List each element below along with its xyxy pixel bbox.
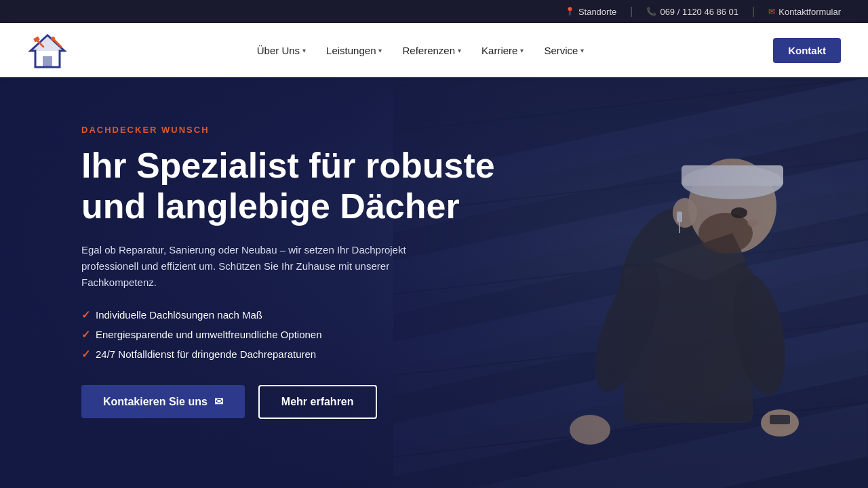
nav-link-uber-uns[interactable]: Über Uns ▾ — [249, 41, 314, 60]
hero-buttons: Kontakieren Sie uns ✉ Mehr erfahren — [81, 385, 495, 419]
nav-item-referenzen[interactable]: Referenzen ▾ — [394, 41, 469, 60]
hero-description: Egal ob Reparatur, Sanierung oder Neubau… — [81, 242, 461, 291]
check-icon-3: ✓ — [81, 348, 90, 361]
hero-title: Ihr Spezialist für robuste und langlebig… — [81, 146, 495, 227]
check-icon-2: ✓ — [81, 328, 90, 341]
logo-icon — [27, 32, 68, 69]
feature-item-2: ✓ Energiesparende und umweltfreundliche … — [81, 328, 495, 341]
svg-point-4 — [51, 37, 55, 41]
contact-form-label: Kontaktformular — [778, 7, 841, 17]
divider-2: | — [752, 5, 755, 18]
envelope-icon: ✉ — [214, 395, 223, 408]
chevron-down-icon: ▾ — [302, 47, 306, 54]
nav-item-karriere[interactable]: Karriere ▾ — [473, 41, 532, 60]
feature-item-3: ✓ 24/7 Notfalldienst für dringende Dachr… — [81, 348, 495, 361]
contact-cta-button[interactable]: Kontakieren Sie uns ✉ — [81, 385, 245, 418]
nav-link-referenzen[interactable]: Referenzen ▾ — [394, 41, 469, 60]
phone-icon: 📞 — [646, 7, 656, 16]
svg-rect-2 — [43, 56, 52, 67]
hero-features-list: ✓ Individuelle Dachlösungen nach Maß ✓ E… — [81, 308, 495, 361]
nav-link-service[interactable]: Service ▾ — [536, 41, 592, 60]
navbar: Über Uns ▾ Leistungen ▾ Referenzen ▾ Kar… — [0, 23, 868, 77]
chevron-down-icon: ▾ — [378, 47, 382, 54]
nav-item-uber-uns[interactable]: Über Uns ▾ — [249, 41, 314, 60]
mail-icon: ✉ — [768, 7, 775, 16]
check-icon-1: ✓ — [81, 308, 90, 321]
nav-item-leistungen[interactable]: Leistungen ▾ — [318, 41, 390, 60]
feature-item-1: ✓ Individuelle Dachlösungen nach Maß — [81, 308, 495, 321]
nav-links: Über Uns ▾ Leistungen ▾ Referenzen ▾ Kar… — [249, 41, 593, 60]
chevron-down-icon: ▾ — [520, 47, 524, 54]
location-label: Standorte — [578, 7, 616, 17]
location-icon: 📍 — [565, 7, 575, 16]
hero-label: DACHDECKER WUNSCH — [81, 125, 495, 135]
contact-form-item[interactable]: ✉ Kontaktformular — [768, 7, 841, 17]
learn-more-button[interactable]: Mehr erfahren — [258, 385, 377, 419]
chevron-down-icon: ▾ — [458, 47, 461, 54]
nav-link-karriere[interactable]: Karriere ▾ — [473, 41, 532, 60]
logo[interactable] — [27, 32, 68, 69]
location-item[interactable]: 📍 Standorte — [565, 7, 616, 17]
nav-item-service[interactable]: Service ▾ — [536, 41, 592, 60]
hero-content: DACHDECKER WUNSCH Ihr Spezialist für rob… — [81, 125, 495, 419]
chevron-down-icon: ▾ — [580, 47, 584, 54]
top-bar: 📍 Standorte | 📞 069 / 1120 46 86 01 | ✉ … — [0, 0, 868, 23]
phone-item[interactable]: 📞 069 / 1120 46 86 01 — [646, 7, 738, 17]
divider-1: | — [630, 5, 633, 18]
nav-contact-button[interactable]: Kontakt — [773, 38, 841, 63]
nav-link-leistungen[interactable]: Leistungen ▾ — [318, 41, 390, 60]
hero-section: DACHDECKER WUNSCH Ihr Spezialist für rob… — [0, 77, 868, 488]
phone-number: 069 / 1120 46 86 01 — [660, 7, 738, 17]
